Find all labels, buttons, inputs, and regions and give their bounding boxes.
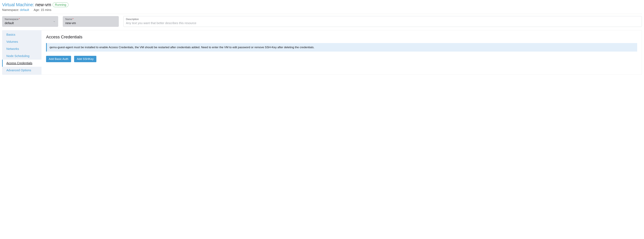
required-marker: * bbox=[19, 18, 20, 21]
description-field[interactable]: Description Any text you want that bette… bbox=[123, 16, 642, 27]
namespace-select[interactable]: Namespace* default bbox=[2, 16, 58, 27]
page-title: Virtual Machine: new-vm bbox=[2, 2, 51, 7]
required-marker: * bbox=[72, 18, 74, 21]
tab-node-scheduling[interactable]: Node Scheduling bbox=[2, 53, 42, 60]
detail-body: Basics Volumes Networks Node Scheduling … bbox=[2, 30, 642, 75]
age-value: 15 mins bbox=[41, 8, 51, 12]
namespace-field-label: Namespace bbox=[5, 18, 18, 21]
tab-basics[interactable]: Basics bbox=[2, 31, 42, 38]
namespace-link[interactable]: default bbox=[20, 8, 29, 12]
age-info: Age: 15 mins bbox=[34, 8, 51, 12]
panel-actions: Add Basic Auth Add SSHKey bbox=[46, 56, 637, 62]
tab-advanced-options[interactable]: Advanced Options bbox=[2, 67, 42, 74]
age-label: Age: bbox=[34, 8, 40, 12]
tab-networks[interactable]: Networks bbox=[2, 45, 42, 53]
namespace-label: Namespace: bbox=[2, 8, 19, 12]
fields-row: Namespace* default Name* new-vm Descript… bbox=[2, 16, 642, 27]
name-field[interactable]: Name* new-vm bbox=[63, 16, 119, 27]
chevron-down-icon bbox=[53, 20, 56, 23]
add-basic-auth-button[interactable]: Add Basic Auth bbox=[46, 56, 71, 62]
add-sshkey-button[interactable]: Add SSHKey bbox=[74, 56, 96, 62]
name-field-value: new-vm bbox=[65, 21, 116, 25]
info-banner: qemu-guest-agent must be installed to en… bbox=[46, 43, 637, 52]
resource-name: new-vm bbox=[36, 2, 51, 7]
side-tabs: Basics Volumes Networks Node Scheduling … bbox=[2, 30, 42, 75]
status-badge: Running bbox=[52, 3, 68, 7]
namespace-field-value: default bbox=[5, 21, 56, 25]
tab-volumes[interactable]: Volumes bbox=[2, 38, 42, 45]
description-field-label: Description bbox=[126, 18, 139, 21]
panel-access-credentials: Access Credentials qemu-guest-agent must… bbox=[42, 30, 642, 75]
panel-title: Access Credentials bbox=[46, 35, 637, 40]
name-field-label: Name bbox=[65, 18, 72, 21]
page-header: Virtual Machine: new-vm Running Namespac… bbox=[2, 2, 642, 14]
resource-type-label: Virtual Machine: bbox=[2, 2, 34, 7]
tab-access-credentials[interactable]: Access Credentials bbox=[2, 60, 42, 67]
namespace-info: Namespace: default bbox=[2, 8, 29, 12]
description-placeholder: Any text you want that better describes … bbox=[126, 21, 639, 25]
